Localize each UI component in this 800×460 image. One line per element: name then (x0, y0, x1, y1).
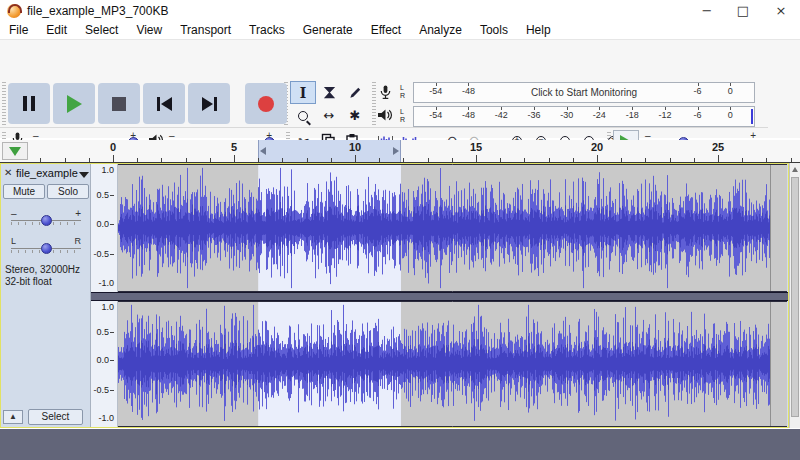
scale-label: -1.0 (98, 413, 114, 423)
gain-thumb[interactable] (41, 215, 52, 226)
meter-tick: -48 (462, 110, 475, 120)
meter-tick: 0 (728, 110, 733, 120)
multi-tool-button[interactable]: ✱ (342, 104, 368, 127)
menu-edit[interactable]: Edit (37, 22, 76, 40)
window-title: file_example_MP3_700KB (27, 4, 168, 18)
menu-tools[interactable]: Tools (471, 22, 517, 40)
play-icon (67, 95, 82, 113)
ruler-label: 15 (470, 141, 482, 153)
audacity-logo-icon (7, 4, 21, 18)
microphone-icon (378, 84, 393, 101)
record-button[interactable] (245, 83, 287, 124)
meter-tick: 0 (728, 86, 733, 96)
ruler-label: 10 (349, 141, 361, 153)
menu-select[interactable]: Select (76, 22, 127, 40)
recording-meter-channel-labels: LR (400, 84, 405, 100)
scale-label: -0.5 (93, 385, 114, 395)
ruler-label: 0 (110, 141, 116, 153)
track-close-icon[interactable]: ✕ (4, 167, 12, 178)
playback-peak-indicator (751, 109, 753, 124)
meter-tick: -6 (694, 110, 702, 120)
record-icon (258, 96, 274, 112)
titlebar: file_example_MP3_700KB − □ × (0, 0, 800, 22)
menu-view[interactable]: View (127, 22, 171, 40)
meter-monitoring-prompt[interactable]: Click to Start Monitoring (482, 83, 686, 102)
zoom-tool-button[interactable] (290, 104, 316, 127)
maximize-button[interactable]: □ (726, 0, 760, 22)
toolbar-dock: I ↔ ✱ LR -54 -48 -42 -36 -30 (0, 40, 800, 138)
pencil-icon (348, 85, 363, 100)
workspace-background (0, 429, 800, 460)
minus-label: – (11, 208, 17, 219)
mute-button[interactable]: Mute (3, 184, 45, 199)
play-button[interactable] (53, 83, 95, 124)
pause-button[interactable] (8, 83, 50, 124)
timeline-ruler[interactable]: 0 5 10 15 20 25 (0, 140, 800, 163)
meter-tick: -30 (560, 110, 573, 120)
menu-analyze[interactable]: Analyze (410, 22, 471, 40)
vertical-scrollbar[interactable] (789, 163, 800, 428)
plus-label: + (75, 208, 81, 219)
skip-to-start-button[interactable] (143, 83, 185, 124)
arrows-lr-icon: ↔ (324, 108, 335, 123)
channel-divider[interactable] (91, 292, 788, 301)
menu-generate[interactable]: Generate (294, 22, 362, 40)
vertical-ruler-left-channel[interactable]: 1.0 0.5 0.0 -0.5 -1.0 (91, 164, 118, 292)
timeline-pin-button[interactable] (2, 142, 28, 160)
track-format-info: Stereo, 32000Hz32-bit float (5, 264, 80, 288)
green-triangle-icon (9, 147, 21, 156)
minimize-button[interactable]: − (690, 0, 724, 22)
track-title[interactable]: file_example (16, 167, 78, 179)
draw-tool-button[interactable] (342, 81, 368, 104)
selection-right-arrow-icon (393, 147, 399, 155)
scale-label: -1.0 (98, 278, 114, 288)
waveform-left-channel[interactable] (118, 164, 787, 292)
selection-left-arrow-icon (260, 147, 266, 155)
asterisk-icon: ✱ (350, 108, 361, 123)
magnifier-icon (298, 111, 308, 121)
vertical-ruler-right-channel[interactable]: 1.0 0.5 0.0 -0.5 -1.0 (91, 301, 118, 427)
transport-toolbar (8, 83, 287, 124)
recording-meter[interactable]: -54 -48 -42 -36 -30 -24 -18 -12 -6 0 Cli… (413, 82, 755, 103)
ibeam-icon: I (300, 85, 307, 101)
meter-tick: -54 (429, 86, 442, 96)
playback-meter[interactable]: -54 -48 -42 -36 -30 -24 -18 -12 -6 0 (413, 106, 755, 127)
skip-to-end-button[interactable] (188, 83, 230, 124)
track-menu-arrow-icon[interactable] (79, 172, 89, 178)
track-select-button[interactable]: Select (28, 409, 83, 425)
scale-label: -0.5 (93, 249, 114, 259)
menu-effect[interactable]: Effect (362, 22, 410, 40)
scale-label: 0.5 (96, 190, 114, 200)
menu-file[interactable]: File (0, 22, 37, 40)
toolbar-grip[interactable] (2, 82, 6, 125)
meter-tick: -18 (626, 110, 639, 120)
tools-toolbar: I ↔ ✱ (290, 81, 368, 127)
waveform-right-channel[interactable] (118, 301, 787, 427)
stop-button[interactable] (98, 83, 140, 124)
meter-tick: -12 (658, 110, 671, 120)
track-control-panel: ✕ file_example Mute Solo – + L R Stereo,… (1, 164, 91, 427)
track-collapse-button[interactable]: ▲ (3, 410, 23, 424)
audio-track: ✕ file_example Mute Solo – + L R Stereo,… (0, 163, 789, 428)
meter-tick: -6 (694, 86, 702, 96)
pan-right-label: R (75, 236, 82, 246)
scale-label: 1.0 (101, 302, 114, 312)
selection-tool-button[interactable]: I (290, 81, 316, 104)
time-shift-tool-button[interactable]: ↔ (316, 104, 342, 127)
pan-thumb[interactable] (41, 243, 52, 254)
menu-transport[interactable]: Transport (171, 22, 240, 40)
menubar: File Edit Select View Transport Tracks G… (0, 22, 800, 40)
menu-tracks[interactable]: Tracks (240, 22, 294, 40)
scroll-up-arrow-icon[interactable] (792, 167, 798, 172)
ruler-label: 25 (712, 141, 724, 153)
toolbar-grip[interactable] (372, 82, 376, 125)
close-button[interactable]: × (764, 0, 798, 22)
scrollbar-thumb[interactable] (791, 177, 799, 417)
speaker-icon (377, 107, 393, 123)
stop-icon (112, 97, 126, 111)
envelope-tool-button[interactable] (316, 81, 342, 104)
menu-help[interactable]: Help (517, 22, 560, 40)
meter-tick: -42 (495, 110, 508, 120)
pan-left-label: L (11, 236, 16, 246)
solo-button[interactable]: Solo (47, 184, 89, 199)
